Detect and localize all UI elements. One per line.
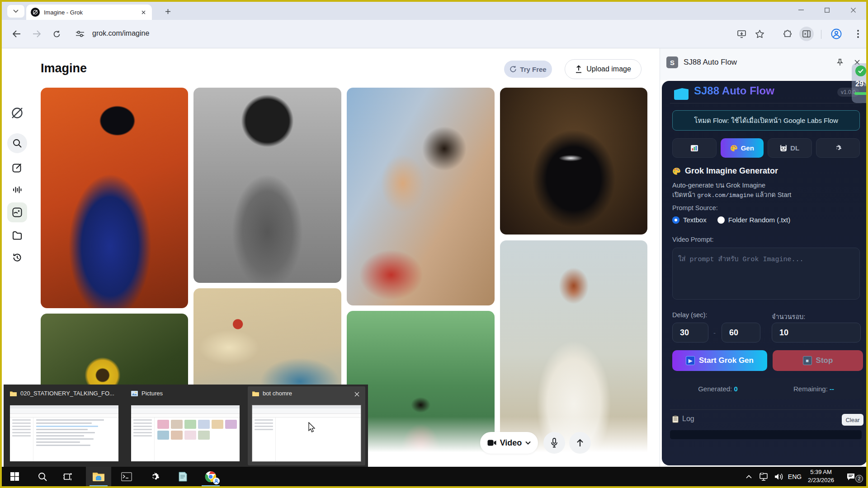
video-mode-label: Video [500, 438, 522, 448]
sidebar-item-voice[interactable] [7, 180, 27, 200]
gallery-image-cyborg-girl[interactable] [41, 88, 188, 308]
prompt-source-radios: Textbox Folder Random (.txt) [672, 216, 790, 224]
grok-logo-icon[interactable] [7, 103, 27, 123]
palette-icon [730, 145, 738, 152]
browser-tab-strip: Imagine - Grok [2, 2, 866, 20]
file-explorer-icon [93, 472, 104, 481]
gear-icon [834, 144, 842, 152]
sidebar-item-imagine[interactable] [7, 202, 27, 222]
log-divider [670, 409, 862, 410]
clear-log-button[interactable]: Clear [842, 414, 863, 426]
delay-max-input[interactable] [722, 323, 760, 343]
tray-expand-chevron[interactable] [741, 467, 756, 486]
pictures-icon [131, 391, 138, 396]
gear-icon [150, 472, 160, 482]
settings-button[interactable] [142, 467, 167, 486]
gallery-image-black-cat[interactable] [500, 88, 647, 235]
video-mode-dropdown[interactable]: Video [480, 432, 538, 454]
sidebar-item-compose[interactable] [7, 158, 27, 178]
network-icon[interactable] [756, 467, 771, 486]
task-view-icon [63, 473, 73, 481]
browser-tab[interactable]: Imagine - Grok [26, 5, 152, 20]
tab-settings[interactable] [816, 138, 860, 158]
robot-icon [780, 145, 787, 151]
install-app-icon[interactable] [734, 27, 749, 41]
start-button[interactable] [2, 467, 27, 486]
window-minimize-button[interactable] [791, 2, 811, 18]
generator-heading-label: Grok Imagine Generator [685, 166, 778, 176]
tab-dl[interactable]: DL [768, 138, 812, 158]
preview-close-icon[interactable] [352, 389, 362, 399]
tab-stats[interactable] [672, 138, 717, 158]
taskbar-clock[interactable]: 5:39 AM 2/23/2026 [803, 468, 839, 484]
radio-unselected-icon [717, 216, 725, 224]
browser-menu-icon[interactable] [851, 27, 865, 41]
preview-card-bot-chomre[interactable]: bot chomre [248, 386, 365, 465]
mouse-cursor [308, 422, 316, 433]
bar-chart-icon [691, 145, 698, 151]
task-view-button[interactable] [55, 467, 80, 486]
instruction-prefix: เปิดหน้า [672, 191, 695, 198]
url-bar[interactable]: grok.com/imagine [92, 29, 149, 38]
browser-toolbar: grok.com/imagine [2, 20, 866, 48]
bookmark-star-icon[interactable] [752, 27, 767, 41]
preview-thumbnail-explorer[interactable] [10, 405, 118, 461]
forward-button[interactable] [29, 26, 44, 42]
chrome-button[interactable] [198, 467, 223, 486]
new-tab-button[interactable] [161, 5, 175, 17]
pin-icon[interactable] [834, 56, 846, 69]
extensions-icon[interactable] [780, 27, 795, 41]
gallery-image-couple[interactable] [347, 88, 495, 305]
try-free-button[interactable]: Try Free [504, 61, 552, 78]
radio-folder-random[interactable]: Folder Random (.txt) [717, 216, 791, 224]
tab-gen[interactable]: Gen [721, 138, 764, 158]
microphone-button[interactable] [543, 432, 565, 454]
notepad-button[interactable] [170, 467, 195, 486]
generated-label: Generated: [698, 385, 732, 393]
rounds-input[interactable] [772, 323, 861, 343]
tab-search-button[interactable] [7, 5, 24, 18]
preview-card-pictures[interactable]: Pictures [127, 386, 244, 465]
stop-button[interactable]: ■ Stop [773, 350, 863, 371]
volume-icon[interactable] [771, 467, 787, 486]
upload-image-button[interactable]: Upload image [565, 59, 642, 79]
radio-textbox-label: Textbox [683, 216, 707, 224]
command-prompt-button[interactable] [114, 467, 139, 486]
chevron-down-icon [525, 441, 531, 445]
rounds-label: จำนวนรอบ: [772, 311, 805, 322]
gallery-image-bw-woman[interactable] [193, 88, 341, 283]
clipboard-icon [672, 415, 679, 423]
tab-close-icon[interactable] [139, 8, 147, 16]
window-close-button[interactable] [843, 2, 863, 18]
taskbar-search-button[interactable] [30, 467, 55, 486]
submit-button[interactable] [569, 432, 591, 454]
file-explorer-button[interactable] [86, 467, 111, 486]
clock-time: 5:39 AM [803, 468, 839, 476]
preview-thumbnail-empty[interactable] [252, 405, 361, 461]
side-panel-toggle-icon[interactable] [799, 27, 814, 41]
terminal-icon [121, 472, 132, 481]
video-prompt-textarea[interactable] [672, 248, 860, 300]
delay-min-input[interactable] [672, 323, 708, 343]
sidebar-item-files[interactable] [7, 225, 27, 245]
arrow-up-icon [576, 439, 584, 447]
start-grok-gen-button[interactable]: ▶ Start Grok Gen [672, 350, 767, 371]
site-info-icon[interactable] [72, 26, 88, 42]
reload-button[interactable] [49, 26, 64, 42]
generator-subtitle: Auto-generate บน Grok Imagine [672, 180, 765, 190]
preview-card-stationery[interactable]: 020_STATIONERY_TALKING_FO... [5, 386, 123, 465]
try-free-label: Try Free [520, 66, 546, 73]
sidebar-item-search[interactable] [7, 133, 27, 153]
back-button[interactable] [9, 26, 24, 42]
generator-heading: Grok Imagine Generator [672, 166, 778, 176]
profile-avatar[interactable] [829, 27, 844, 41]
window-maximize-button[interactable] [816, 2, 837, 18]
tab-gen-label: Gen [741, 144, 754, 152]
radio-textbox[interactable]: Textbox [672, 216, 707, 224]
notification-badge: 2 [855, 475, 863, 483]
language-indicator[interactable]: ENG [787, 467, 803, 486]
preview-thumbnail-pictures[interactable] [131, 405, 240, 461]
toolbar-divider [821, 30, 821, 39]
sidebar-item-history[interactable] [7, 248, 27, 267]
profile-badge-icon [213, 478, 220, 484]
